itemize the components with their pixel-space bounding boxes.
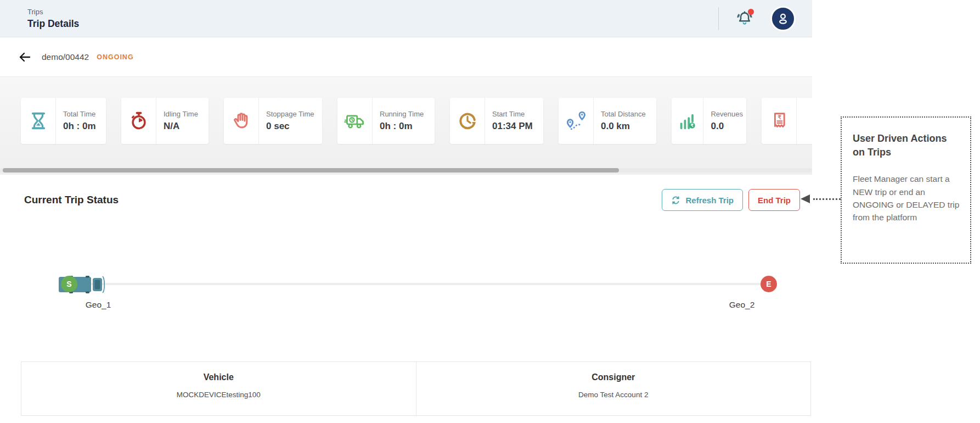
stat-value: 0.0 [711,121,743,132]
stats-cards-row: Total Time 0h : 0m Idling Time N [0,77,812,144]
end-trip-label: End Trip [758,196,791,205]
stat-label: Revenues [711,110,743,118]
stat-card-start-time: Start Time 01:34 PM [450,98,543,144]
annotation-title: User Driven Actions on Trips [853,132,961,159]
current-trip-section: Current Trip Status Refresh Trip End Tri… [0,175,812,423]
stat-card-revenues: ₹ Revenues 0.0 [672,98,746,144]
annotation-pointer-line [813,198,841,200]
trip-id: demo/00442 [42,52,89,62]
route-pins-icon [559,98,594,144]
trip-progress-line [63,283,769,285]
truck-clock-icon [337,98,373,144]
hand-stop-icon [224,98,259,144]
consigner-cell: Consigner Demo Test Account 2 [416,362,811,415]
stat-card-expenses: ₹ [762,98,812,144]
stat-value: 0h : 0m [380,121,424,132]
trip-bar: demo/00442 ONGOING [0,37,812,77]
receipt-icon: ₹ [762,98,797,144]
stat-card-running-time: Running Time 0h : 0m [337,98,435,144]
user-avatar[interactable] [770,6,796,31]
annotation-body: Fleet Manager can start a NEW trip or en… [853,172,961,224]
section-title: Current Trip Status [24,194,119,206]
stat-value: 0 sec [266,121,314,132]
hourglass-icon [21,98,56,144]
breadcrumb: Trips Trip Details [27,8,79,30]
consigner-value: Demo Test Account 2 [578,391,648,399]
consigner-header: Consigner [592,372,635,382]
stat-card-total-distance: Total Distance 0.0 km [559,98,656,144]
svg-text:₹: ₹ [690,123,693,128]
stats-band: Total Time 0h : 0m Idling Time N [0,77,812,175]
stat-label: Start Time [492,110,533,118]
refresh-trip-button[interactable]: Refresh Trip [662,189,743,211]
stat-label: Total Time [63,110,96,118]
back-button[interactable] [16,49,33,65]
annotation-box: User Driven Actions on Trips Fleet Manag… [841,116,971,264]
geofence-end-label: Geo_2 [717,300,767,310]
stopwatch-icon [121,98,156,144]
stat-value: N/A [164,121,198,132]
breadcrumb-trips[interactable]: Trips [27,8,79,16]
stat-card-stoppage-time: Stoppage Time 0 sec [224,98,322,144]
horizontal-scrollbar-track[interactable] [0,168,812,172]
refresh-icon [671,196,680,205]
trip-details-table: Vehicle MOCKDEVICEtesting100 Consigner D… [21,361,811,416]
geofence-start-label: Geo_1 [74,300,123,310]
top-header: Trips Trip Details [0,0,812,37]
stat-label: Total Distance [601,110,646,118]
vehicle-value: MOCKDEVICEtesting100 [177,391,261,399]
stat-card-total-time: Total Time 0h : 0m [21,98,106,144]
stat-card-idling-time: Idling Time N/A [121,98,209,144]
revenue-bars-icon: ₹ [672,98,703,144]
annotation-pointer-arrowhead [801,194,810,203]
stat-value: 0.0 km [601,121,646,132]
refresh-trip-label: Refresh Trip [685,196,734,205]
page-title: Trip Details [27,18,79,30]
horizontal-scrollbar-thumb[interactable] [3,168,619,172]
notification-dot [748,9,754,15]
back-arrow-icon [18,51,31,64]
vehicle-header: Vehicle [204,372,234,382]
stat-value: 01:34 PM [492,121,533,132]
trip-status-badge: ONGOING [97,53,133,61]
vehicle-cell: Vehicle MOCKDEVICEtesting100 [21,362,416,415]
trip-start-marker: S [61,276,77,292]
trip-end-marker: E [761,276,777,292]
app-window: Trips Trip Details [0,0,812,423]
stat-label: Stoppage Time [266,110,314,118]
stat-label: Idling Time [164,110,198,118]
person-icon [775,10,791,27]
stat-label: Running Time [380,110,424,118]
notification-bell-button[interactable] [735,9,754,28]
svg-text:₹: ₹ [778,114,781,120]
stat-value: 0h : 0m [63,121,96,132]
header-divider [718,7,719,30]
end-trip-button[interactable]: End Trip [748,189,800,211]
clock-arrow-icon [450,98,485,144]
